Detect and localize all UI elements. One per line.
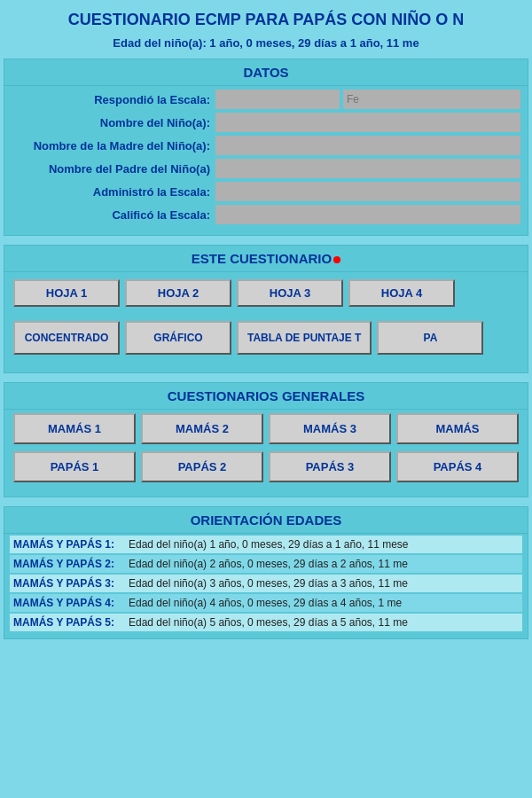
nombre-nino-label: Nombre del Niño(a): <box>12 116 215 129</box>
orient-row-1: MAMÁS Y PAPÁS 1: Edad del niño(a) 1 año,… <box>10 536 522 553</box>
nombre-padre-row: Nombre del Padre del Niño(a) <box>12 159 520 178</box>
orient-row-4: MAMÁS Y PAPÁS 4: Edad del niño(a) 4 años… <box>10 594 522 612</box>
datos-section: DATOS Respondió la Escala: Nombre del Ni… <box>4 59 528 236</box>
fecha-input[interactable] <box>343 90 520 109</box>
papas-3-button[interactable]: PAPÁS 3 <box>269 451 391 482</box>
califico-row: Calificó la Escala: <box>12 205 520 224</box>
papas-row: PAPÁS 1 PAPÁS 2 PAPÁS 3 PAPÁS 4 <box>4 448 528 486</box>
nombre-padre-label: Nombre del Padre del Niño(a) <box>12 162 215 176</box>
mamas-2-button[interactable]: MAMÁS 2 <box>141 413 263 444</box>
pa-button[interactable]: PA <box>377 321 483 355</box>
hoja-1-button[interactable]: HOJA 1 <box>13 279 120 307</box>
cuestionario-header: ESTE CUESTIONARIO <box>4 246 528 272</box>
califico-input[interactable] <box>215 205 520 224</box>
hoja-3-button[interactable]: HOJA 3 <box>237 279 343 307</box>
nombre-nino-input[interactable] <box>215 113 520 132</box>
tabla-puntaje-button[interactable]: TABLA DE PUNTAJE T <box>237 321 372 355</box>
generales-section: CUESTIONARIOS GENERALES MAMÁS 1 MAMÁS 2 … <box>4 382 528 497</box>
orient-label-3: MAMÁS Y PAPÁS 3: <box>10 575 125 592</box>
administro-label: Administró la Escala: <box>12 185 215 199</box>
page-title: CUESTIONARIO ECMP PARA PAPÁS CON NIÑO O … <box>0 0 532 33</box>
orient-label-1: MAMÁS Y PAPÁS 1: <box>10 536 125 553</box>
orient-label-4: MAMÁS Y PAPÁS 4: <box>10 594 125 612</box>
orient-row-3: MAMÁS Y PAPÁS 3: Edad del niño(a) 3 años… <box>10 575 522 592</box>
mamas-1-button[interactable]: MAMÁS 1 <box>13 413 136 444</box>
orient-row-2: MAMÁS Y PAPÁS 2: Edad del niño(a) 2 años… <box>10 555 522 573</box>
papas-2-button[interactable]: PAPÁS 2 <box>141 451 263 482</box>
orient-value-4: Edad del niño(a) 4 años, 0 meses, 29 día… <box>125 594 522 612</box>
nombre-padre-input[interactable] <box>215 159 520 178</box>
papas-1-button[interactable]: PAPÁS 1 <box>13 451 136 482</box>
orient-value-5: Edad del niño(a) 5 años, 0 meses, 29 día… <box>125 614 522 631</box>
nombre-madre-label: Nombre de la Madre del Niño(a): <box>12 139 215 153</box>
mamas-4-button[interactable]: MAMÁS <box>396 413 519 444</box>
red-dot-icon <box>333 256 340 263</box>
acciones-grid: CONCENTRADO GRÁFICO TABLA DE PUNTAJE T P… <box>4 314 528 362</box>
nombre-madre-input[interactable] <box>215 136 520 155</box>
orient-row-5: MAMÁS Y PAPÁS 5: Edad del niño(a) 5 años… <box>10 614 522 631</box>
administro-input[interactable] <box>215 182 520 201</box>
concentrado-button[interactable]: CONCENTRADO <box>13 321 120 355</box>
orient-label-5: MAMÁS Y PAPÁS 5: <box>10 614 125 631</box>
administro-row: Administró la Escala: <box>12 182 520 201</box>
grafico-button[interactable]: GRÁFICO <box>125 321 231 355</box>
orient-value-2: Edad del niño(a) 2 años, 0 meses, 29 día… <box>125 555 522 573</box>
nombre-nino-row: Nombre del Niño(a): <box>12 113 520 132</box>
papas-4-button[interactable]: PAPÁS 4 <box>396 451 519 482</box>
hoja-2-button[interactable]: HOJA 2 <box>125 279 231 307</box>
respondio-input[interactable] <box>215 90 340 109</box>
orientacion-section: ORIENTACIÓN EDADES MAMÁS Y PAPÁS 1: Edad… <box>4 506 528 639</box>
page-subtitle: Edad del niño(a): 1 año, 0 meses, 29 día… <box>0 33 532 59</box>
respondio-label: Respondió la Escala: <box>12 93 215 106</box>
hoja-4-button[interactable]: HOJA 4 <box>348 279 455 307</box>
mamas-row: MAMÁS 1 MAMÁS 2 MAMÁS 3 MAMÁS <box>4 410 528 448</box>
hojas-grid: HOJA 1 HOJA 2 HOJA 3 HOJA 4 <box>4 272 528 314</box>
respondio-row: Respondió la Escala: <box>12 90 520 109</box>
orient-value-1: Edad del niño(a) 1 año, 0 meses, 29 días… <box>125 536 522 553</box>
orient-label-2: MAMÁS Y PAPÁS 2: <box>10 555 125 573</box>
nombre-madre-row: Nombre de la Madre del Niño(a): <box>12 136 520 155</box>
orientacion-header: ORIENTACIÓN EDADES <box>4 507 528 534</box>
generales-header: CUESTIONARIOS GENERALES <box>4 383 528 410</box>
orient-value-3: Edad del niño(a) 3 años, 0 meses, 29 día… <box>125 575 522 592</box>
datos-header: DATOS <box>4 59 528 86</box>
califico-label: Calificó la Escala: <box>12 208 215 222</box>
mamas-3-button[interactable]: MAMÁS 3 <box>269 413 391 444</box>
cuestionario-section: ESTE CUESTIONARIO HOJA 1 HOJA 2 HOJA 3 H… <box>4 245 528 373</box>
